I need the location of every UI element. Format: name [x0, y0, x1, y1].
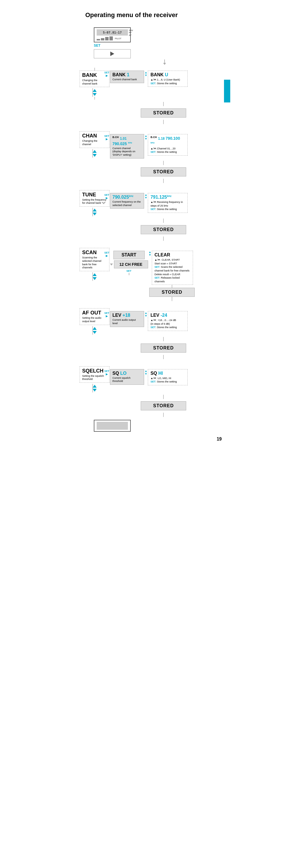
- scan-od1: ▲/▼: CLEAR, START: [155, 258, 191, 262]
- down-arrow: [93, 331, 97, 334]
- ud-arrows: [93, 150, 97, 157]
- tune-updown: ▲ ▼: [144, 193, 148, 199]
- display-unit: 5-07.81-17 MHz RF AF PILOT: [94, 27, 222, 65]
- bank-stored-box: STORED: [141, 108, 186, 118]
- bank-od2-set: SET: [150, 82, 156, 85]
- tune-title: TUNE: [82, 192, 107, 198]
- scan-stored-box: STORED: [149, 288, 195, 297]
- bank-od1: ▲/▼:1…8, U (User Bank): [150, 78, 185, 82]
- bank-updown: ▲ ▼: [144, 71, 148, 77]
- vline1: [163, 337, 164, 341]
- scan-od3: SET: Scans the selected channel bank for…: [155, 265, 191, 272]
- scan-ud2: ▼: [149, 254, 151, 256]
- tune-current-desc: Current frequency on the selected channe…: [112, 200, 142, 207]
- scan-od5-set: SET: [155, 276, 160, 279]
- ud-arrows: [93, 327, 97, 334]
- tune-set-arrow: SET ▶: [104, 193, 110, 199]
- up-arrow: [93, 385, 97, 388]
- afout-updown: ▲ ▼: [144, 312, 148, 317]
- bank-current-title: BANK 1: [112, 72, 142, 78]
- sqelch-options-box: SQ HI ▲/▼: LO, MID, HI SET: Stores the s…: [148, 369, 187, 385]
- tune-desc: Setting the frequency for channel bank "…: [82, 198, 107, 205]
- down-arrow: [93, 213, 97, 215]
- chan-stored-row: [105, 161, 222, 165]
- chan-updown: ▲ ▼: [144, 134, 148, 140]
- scan-od5: SET: Releases locked channels: [155, 276, 191, 283]
- tune-left-nav: TUNE Setting the frequency for channel b…: [85, 190, 104, 216]
- chan-nav-arrows: [92, 149, 97, 158]
- sqelch-main-row: SQELCH Setting the squelch threshold SET…: [85, 366, 222, 393]
- bank-ct-cyan: 1: [127, 72, 129, 77]
- vline2: [163, 413, 164, 417]
- tune-od1: ▲/▼:Receiving frequency in steps of 25 k…: [150, 200, 185, 208]
- bank-nav-arrows: [92, 88, 97, 97]
- chan-ot-num: 1.18: [158, 137, 166, 141]
- bar4: [109, 36, 113, 40]
- display-labels: MHz RF AF: [129, 29, 133, 36]
- chan-current-box: B.CH 1.01 790.025 kHz Current channel (d…: [110, 134, 144, 158]
- afout-stored-box: STORED: [141, 343, 186, 352]
- afout-options-box: LEV -24 ▲/▼: +18…0…-24 dB (in steps of 6…: [148, 311, 187, 331]
- sqelch-options-wrapper: SQ HI ▲/▼: LO, MID, HI SET: Stores the s…: [148, 369, 187, 385]
- bank-ct-main: BANK: [112, 72, 127, 77]
- chan-left-nav: CHAN Changing the channel: [85, 131, 104, 157]
- scan-nav-arrows: [92, 272, 97, 281]
- tune-stored: STORED: [105, 225, 222, 234]
- scan-updown: ▲ ▼: [148, 251, 152, 256]
- chan-bch: B.CH: [112, 136, 119, 138]
- bank-left-nav: BANK Changing the channel bank: [85, 68, 104, 100]
- sqelch-left-nav: SQELCH Setting the squelch threshold: [85, 366, 104, 393]
- tune-ud2: ▼: [145, 196, 147, 199]
- chan-stored-box: STORED: [141, 167, 186, 177]
- afout-left-nav: AF OUT Setting the audio output level: [85, 308, 104, 334]
- chan-od1: ▲/▼:Channel 01…20: [150, 147, 185, 151]
- scan-set2: SET: [127, 270, 132, 272]
- tune-ot-khz: kHz: [167, 195, 171, 197]
- display-freq: 5-07.81-17: [103, 31, 122, 34]
- sqelch-ct-cyan: LO: [120, 371, 127, 376]
- chan-options-title: B.CH 1.18 790.100 kHz: [150, 136, 185, 146]
- bank-ot-main: BANK: [150, 72, 165, 77]
- sqelch-section: SQELCH Setting the squelch threshold SET…: [85, 366, 222, 432]
- afout-nav-arrows: [92, 326, 97, 335]
- up-arrow: [93, 327, 97, 330]
- tune-od2-set: SET: [150, 208, 156, 211]
- afout-stored: STORED: [105, 343, 222, 352]
- afout-stored-line: [105, 355, 222, 359]
- chan-current-title: B.CH 1.01 790.025 kHz: [112, 136, 142, 146]
- sqelch-stored-row: [105, 395, 222, 399]
- scan-set-arrow: SET ▶: [104, 251, 110, 257]
- chan-bch2: B.CH: [150, 136, 157, 138]
- up-arrow: [93, 209, 97, 212]
- bank-current-box: BANK 1 Current channel bank: [110, 70, 144, 83]
- chan-ud2: ▼: [145, 137, 147, 140]
- sqelch-current-title: SQ LO: [112, 371, 142, 376]
- bottom-screen: [97, 422, 128, 430]
- scan-start-box: START: [113, 251, 145, 259]
- chan-main-row: CHAN Changing the channel SET ▶: [85, 131, 222, 158]
- page: Operating menu of the receiver 5-07.81-1…: [77, 0, 230, 450]
- afout-od3-txt: : Stores the setting: [156, 326, 177, 329]
- tune-set-label: SET: [104, 193, 109, 196]
- bank-stored: STORED: [105, 108, 222, 118]
- tune-options-desc: ▲/▼:Receiving frequency in steps of 25 k…: [150, 200, 185, 211]
- sqelch-stored: STORED: [105, 401, 222, 410]
- down-arrow: [93, 277, 97, 280]
- afout-desc: Setting the audio output level: [82, 316, 107, 323]
- down-connector-top: [107, 60, 222, 65]
- scan-right-arrow: ▶: [106, 254, 108, 257]
- chan-ot-khz: kHz: [150, 141, 155, 144]
- sqelch-od1: ▲/▼: LO, MID, HI: [150, 376, 185, 380]
- scan-chfree-box: 12 CH FREE: [114, 260, 148, 268]
- tune-current-title: 790.025kHz: [112, 195, 142, 200]
- scan-options-desc: ▲/▼: CLEAR, START Start scan = START SET…: [155, 258, 191, 283]
- sqelch-ot-cyan: HI: [158, 371, 163, 376]
- bank-current-wrapper: BANK 1 Current channel bank: [110, 70, 144, 83]
- chan-title: CHAN: [82, 133, 107, 139]
- chan-ct-khz: kHz: [128, 141, 132, 144]
- bank-desc: Changing the channel bank: [82, 79, 107, 85]
- vline1: [163, 395, 164, 399]
- sqelch-set-label: SET: [104, 370, 109, 373]
- chan-section: CHAN Changing the channel SET ▶: [85, 131, 222, 183]
- play-button[interactable]: [94, 49, 131, 58]
